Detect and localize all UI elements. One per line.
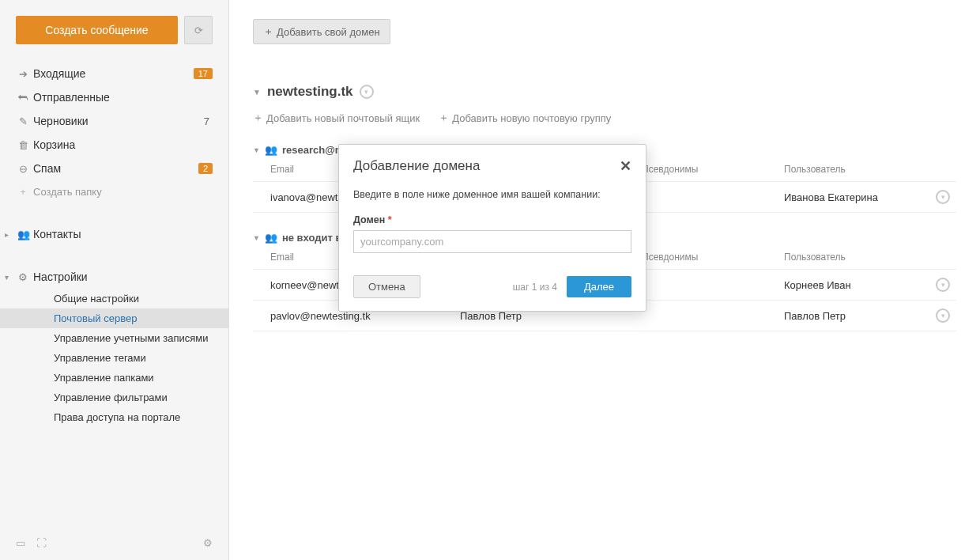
domain-header: ▼ newtesting.tk ▾ <box>253 84 956 100</box>
spam-icon: ⊖ <box>17 163 28 175</box>
plus-icon: ＋ <box>439 111 449 125</box>
group-icon: 👥 <box>265 144 277 156</box>
contacts-icon: 👥 <box>17 229 28 240</box>
chevron-down-icon: ▾ <box>5 273 9 282</box>
folder-count: 7 <box>204 115 213 127</box>
cancel-button[interactable]: Отмена <box>353 275 420 298</box>
col-pseudo: Псевдонимы <box>642 252 784 263</box>
settings-portal-access[interactable]: Права доступа на портале <box>0 407 228 427</box>
folder-inbox[interactable]: ➔ Входящие 17 <box>0 62 228 85</box>
expand-icon[interactable]: ⛶ <box>36 537 47 549</box>
arrow-right-icon: ➔ <box>17 68 28 80</box>
cell-user: Павлов Петр <box>784 310 926 322</box>
settings-accounts[interactable]: Управление учетными записями <box>0 328 228 348</box>
folder-trash[interactable]: 🗑 Корзина <box>0 133 228 157</box>
folder-list: ➔ Входящие 17 ⮪ Отправленные ✎ Черновики… <box>0 52 228 213</box>
col-user: Пользователь <box>784 252 926 263</box>
folder-label: Черновики <box>33 115 204 127</box>
folder-label: Входящие <box>33 67 194 80</box>
modal-title: Добавление домена <box>353 158 620 174</box>
chat-icon[interactable]: ▭ <box>16 537 25 549</box>
col-user: Пользователь <box>784 164 926 175</box>
caret-down-icon: ▼ <box>253 234 260 242</box>
folder-badge: 17 <box>194 68 213 79</box>
folder-label: Спам <box>33 162 198 175</box>
pencil-icon: ✎ <box>17 115 28 127</box>
nav-contacts[interactable]: ▸ 👥 Контакты <box>0 222 228 246</box>
compose-button[interactable]: Создать сообщение <box>16 16 178 44</box>
gear-icon[interactable]: ⚙ <box>203 537 213 549</box>
create-folder-label: Создать папку <box>33 186 213 198</box>
add-domain-button[interactable]: ＋ Добавить свой домен <box>253 19 390 44</box>
nav-settings[interactable]: ▾ ⚙ Настройки <box>0 265 228 289</box>
nav-label: Контакты <box>33 228 213 240</box>
folder-badge: 2 <box>198 163 213 174</box>
chevron-right-icon: ▸ <box>5 230 9 239</box>
add-domain-modal: Добавление домена ✕ Введите в поле ниже … <box>338 144 646 312</box>
nav-label: Настройки <box>33 271 213 283</box>
add-mailgroup-button[interactable]: ＋ Добавить новую почтовую группу <box>439 111 611 125</box>
settings-mail-server[interactable]: Почтовый сервер <box>0 308 228 328</box>
row-menu-button[interactable]: ▾ <box>936 278 950 292</box>
add-domain-label: Добавить свой домен <box>277 26 380 38</box>
folder-label: Отправленные <box>33 91 213 104</box>
reply-icon: ⮪ <box>17 92 28 104</box>
sidebar: Создать сообщение ⟳ ➔ Входящие 17 ⮪ Отпр… <box>0 0 229 560</box>
caret-down-icon: ▼ <box>253 146 260 154</box>
group-label: research@ne <box>282 144 347 156</box>
cell-user: Иванова Екатерина <box>784 191 926 203</box>
add-mailbox-label: Добавить новый почтовый ящик <box>266 112 420 124</box>
settings-general[interactable]: Общие настройки <box>0 289 228 308</box>
domain-menu-button[interactable]: ▾ <box>360 85 374 99</box>
gear-icon: ⚙ <box>17 271 28 283</box>
settings-tags[interactable]: Управление тегами <box>0 348 228 368</box>
trash-icon: 🗑 <box>17 139 28 151</box>
caret-down-icon[interactable]: ▼ <box>253 88 261 96</box>
plus-icon: ＋ <box>253 111 263 125</box>
row-menu-button[interactable]: ▾ <box>936 190 950 204</box>
step-indicator: шаг 1 из 4 <box>420 282 567 293</box>
group-icon: 👥 <box>265 232 277 244</box>
refresh-button[interactable]: ⟳ <box>184 16 213 44</box>
folder-label: Корзина <box>33 138 213 151</box>
create-folder[interactable]: + Создать папку <box>0 180 228 203</box>
row-menu-button[interactable]: ▾ <box>936 308 950 323</box>
add-mailgroup-label: Добавить новую почтовую группу <box>452 112 611 124</box>
cell-user: Корнеев Иван <box>784 279 926 291</box>
next-button[interactable]: Далее <box>567 276 631 297</box>
col-pseudo: Псевдонимы <box>642 164 784 175</box>
sidebar-footer: ▭ ⛶ ⚙ <box>0 526 228 560</box>
close-icon[interactable]: ✕ <box>620 157 631 175</box>
group-label: не входит в <box>282 232 342 244</box>
add-mailbox-button[interactable]: ＋ Добавить новый почтовый ящик <box>253 111 420 125</box>
domain-field-label: Домен * <box>353 214 631 225</box>
folder-sent[interactable]: ⮪ Отправленные <box>0 85 228 109</box>
plus-icon: ＋ <box>263 25 273 39</box>
refresh-icon: ⟳ <box>194 25 203 36</box>
domain-title: newtesting.tk <box>267 84 353 100</box>
domain-input[interactable] <box>353 230 631 253</box>
folder-spam[interactable]: ⊖ Спам 2 <box>0 157 228 180</box>
settings-folders[interactable]: Управление папками <box>0 368 228 388</box>
settings-filters[interactable]: Управление фильтрами <box>0 388 228 407</box>
plus-icon: + <box>17 186 28 198</box>
required-mark: * <box>388 214 392 225</box>
modal-description: Введите в поле ниже доменное имя вашей к… <box>353 189 631 200</box>
folder-drafts[interactable]: ✎ Черновики 7 <box>0 109 228 133</box>
